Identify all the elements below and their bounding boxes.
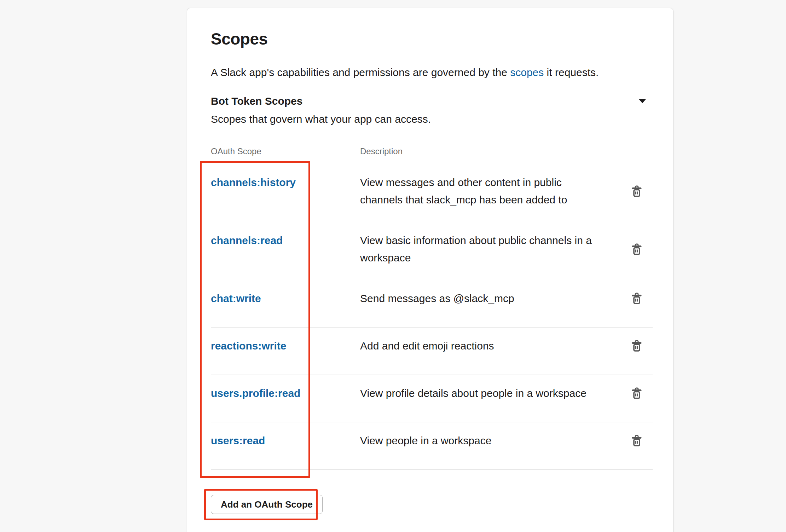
- table-row: users.profile:read View profile details …: [211, 375, 653, 422]
- section-heading: Bot Token Scopes: [211, 94, 653, 108]
- table-row: chat:write Send messages as @slack_mcp: [211, 280, 653, 328]
- section-subheading: Scopes that govern what your app can acc…: [211, 112, 431, 126]
- trash-icon: [631, 387, 643, 400]
- trash-icon: [631, 292, 643, 305]
- delete-scope-button[interactable]: [601, 174, 653, 208]
- intro-after: it requests.: [544, 66, 599, 78]
- table-header-row: OAuth Scope Description: [211, 146, 653, 164]
- delete-scope-button[interactable]: [601, 384, 653, 402]
- scope-link[interactable]: users:read: [211, 432, 265, 449]
- table-row: reactions:write Add and edit emoji react…: [211, 328, 653, 375]
- trash-icon: [631, 185, 643, 198]
- scope-link[interactable]: users.profile:read: [211, 384, 300, 402]
- table-row: users:read View people in a workspace: [211, 422, 653, 470]
- scopes-table: OAuth Scope Description channels:history…: [211, 146, 653, 470]
- column-header-oauth-scope: OAuth Scope: [211, 146, 360, 156]
- delete-scope-button[interactable]: [601, 232, 653, 266]
- scope-description: Add and edit emoji reactions: [360, 337, 601, 354]
- page-title: Scopes: [211, 29, 268, 49]
- trash-icon: [631, 243, 643, 256]
- column-header-description: Description: [360, 146, 653, 156]
- scope-link[interactable]: reactions:write: [211, 337, 286, 354]
- trash-icon: [631, 434, 643, 447]
- scope-description: View messages and other content in publi…: [360, 174, 601, 208]
- table-row: channels:history View messages and other…: [211, 164, 653, 222]
- intro-before: A Slack app's capabilities and permissio…: [211, 66, 510, 78]
- add-oauth-scope-button[interactable]: Add an OAuth Scope: [211, 495, 323, 514]
- trash-icon: [631, 339, 643, 352]
- scope-description: View profile details about people in a w…: [360, 384, 601, 402]
- scope-link[interactable]: chat:write: [211, 290, 261, 307]
- table-row: channels:read View basic information abo…: [211, 222, 653, 280]
- scope-description: View people in a workspace: [360, 432, 601, 449]
- bot-token-scopes-header: Bot Token Scopes: [211, 94, 653, 109]
- scopes-link[interactable]: scopes: [510, 66, 544, 78]
- intro-text: A Slack app's capabilities and permissio…: [211, 66, 599, 79]
- scope-description: View basic information about public chan…: [360, 232, 601, 266]
- page-background: Scopes A Slack app's capabilities and pe…: [0, 0, 786, 532]
- caret-down-icon[interactable]: [638, 99, 646, 103]
- scope-link[interactable]: channels:history: [211, 174, 296, 191]
- delete-scope-button[interactable]: [601, 337, 653, 354]
- scope-link[interactable]: channels:read: [211, 232, 283, 249]
- delete-scope-button[interactable]: [601, 290, 653, 307]
- scope-description: Send messages as @slack_mcp: [360, 290, 601, 307]
- delete-scope-button[interactable]: [601, 432, 653, 449]
